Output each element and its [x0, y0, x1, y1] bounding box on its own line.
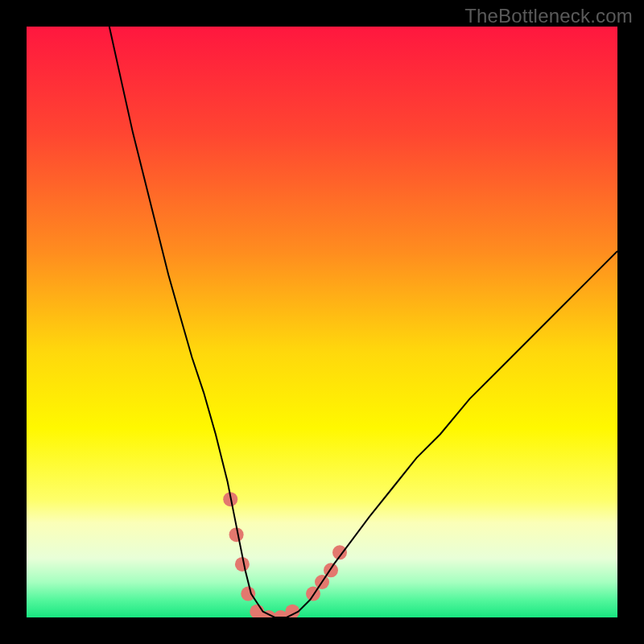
plot-area [27, 27, 617, 617]
marker-dot [285, 605, 299, 617]
bottleneck-curve [109, 27, 617, 617]
marker-dot [241, 587, 255, 601]
watermark-text: TheBottleneck.com [464, 5, 633, 27]
chart-frame: TheBottleneck.com [0, 0, 644, 644]
curve-layer [27, 27, 617, 617]
